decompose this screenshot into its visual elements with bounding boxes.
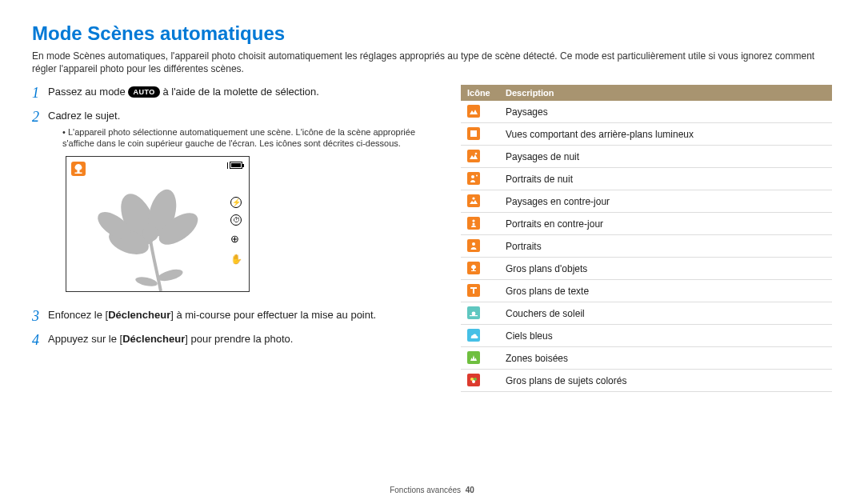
step4-b: Déclencheur <box>122 333 185 345</box>
side-icons: ⚡ ⏱ ⊕ ✋ <box>230 197 242 266</box>
step2-main: Cadrez le sujet. <box>48 110 120 122</box>
intro-text: En mode Scènes automatiques, l'appareil … <box>32 50 832 75</box>
step-number-2: 2 <box>32 109 48 302</box>
step1-suffix: à l'aide de la molette de sélection. <box>160 86 319 98</box>
landscape-icon <box>467 105 480 118</box>
sunset-icon <box>467 306 480 319</box>
cell-icon <box>461 258 499 280</box>
step-text-2: Cadrez le sujet. L'appareil photo sélect… <box>48 109 432 302</box>
table-row: Ciels bleus <box>461 325 832 347</box>
step3-b: Déclencheur <box>108 309 170 321</box>
table-row: Portraits en contre-jour <box>461 213 832 235</box>
cell-icon <box>461 325 499 347</box>
step-number-1: 1 <box>32 85 48 102</box>
table-row: Portraits <box>461 235 832 258</box>
cell-description: Zones boisées <box>499 347 832 370</box>
cell-icon <box>461 123 499 146</box>
timer-icon: ⏱ <box>230 214 242 226</box>
sky-icon <box>467 329 480 342</box>
svg-point-20 <box>472 380 475 383</box>
svg-point-9 <box>475 153 478 155</box>
table-row: Portraits de nuit <box>461 168 832 190</box>
text-icon <box>467 284 480 297</box>
camera-screen-preview: ⚡ ⏱ ⊕ ✋ <box>66 156 250 292</box>
status-top-right <box>227 162 242 169</box>
cell-icon <box>461 302 499 325</box>
cell-description: Portraits <box>499 235 832 258</box>
svg-point-6 <box>157 267 184 283</box>
forest-icon <box>467 351 480 364</box>
table-row: Couchers de soleil <box>461 302 832 325</box>
step1-prefix: Passez au mode <box>48 86 128 98</box>
step4-c: ] pour prendre la photo. <box>185 333 293 345</box>
step-text-3: Enfoncez le [Déclencheur] à mi-course po… <box>48 308 432 326</box>
scene-icon-table: Icône Description PaysagesVues comportan… <box>461 85 832 392</box>
table-row: Zones boisées <box>461 347 832 370</box>
cell-icon <box>461 213 499 235</box>
step-text-1: Passez au mode AUTO à l'aide de la molet… <box>48 85 432 102</box>
cell-icon <box>461 168 499 190</box>
night-landscape-icon <box>467 150 480 162</box>
svg-point-14 <box>472 223 474 226</box>
step-number-4: 4 <box>32 332 48 350</box>
steps-list: 1 Passez au mode AUTO à l'aide de la mol… <box>32 85 432 349</box>
cell-icon <box>461 190 499 213</box>
cell-description: Vues comportant des arrière-plans lumine… <box>499 123 832 146</box>
cell-icon <box>461 347 499 370</box>
th-description: Description <box>499 85 832 101</box>
left-column: 1 Passez au mode AUTO à l'aide de la mol… <box>32 85 432 392</box>
svg-point-5 <box>142 226 158 242</box>
step2-bullet: L'appareil photo sélectionne automatique… <box>62 126 432 150</box>
svg-point-16 <box>472 312 476 316</box>
white-icon <box>467 127 480 140</box>
night-portrait-icon <box>467 172 480 185</box>
color-macro-icon <box>467 374 480 386</box>
cell-description: Gros plans de sujets colorés <box>499 370 832 392</box>
step3-a: Enfoncez le [ <box>48 309 108 321</box>
step3-c: ] à mi-course pour effectuer la mise au … <box>170 309 376 321</box>
cell-icon <box>461 101 499 123</box>
table-row: Paysages de nuit <box>461 146 832 168</box>
right-column: Icône Description PaysagesVues comportan… <box>461 85 832 392</box>
cell-description: Gros plans d'objets <box>499 258 832 280</box>
cell-icon <box>461 235 499 258</box>
footer-page-number: 40 <box>466 486 474 494</box>
cell-description: Couchers de soleil <box>499 302 832 325</box>
step-number-3: 3 <box>32 308 48 326</box>
backlight-landscape-icon <box>467 194 480 207</box>
battery-icon <box>230 162 242 169</box>
table-row: Paysages <box>461 101 832 123</box>
macro-icon <box>467 262 480 274</box>
auto-pill-icon: AUTO <box>128 86 159 98</box>
th-icon: Icône <box>461 85 499 101</box>
table-row: Paysages en contre-jour <box>461 190 832 213</box>
backlight-portrait-icon <box>467 217 480 230</box>
cell-icon <box>461 146 499 168</box>
flower-graphic-icon <box>90 179 210 291</box>
table-row: Gros plans d'objets <box>461 258 832 280</box>
cell-description: Portraits en contre-jour <box>499 213 832 235</box>
cell-description: Portraits de nuit <box>499 168 832 190</box>
portrait-icon <box>467 239 480 252</box>
cell-description: Gros plans de texte <box>499 280 832 302</box>
table-row: Gros plans de texte <box>461 280 832 302</box>
cell-icon <box>461 370 499 392</box>
svg-point-7 <box>134 275 158 288</box>
page-footer: Fonctions avancées 40 <box>0 486 864 494</box>
cell-description: Paysages en contre-jour <box>499 190 832 213</box>
flash-icon: ⚡ <box>230 197 242 208</box>
cell-icon <box>461 280 499 302</box>
cell-description: Paysages de nuit <box>499 146 832 168</box>
step-text-4: Appuyez sur le [Déclencheur] pour prendr… <box>48 332 432 350</box>
svg-rect-8 <box>470 130 477 137</box>
svg-point-13 <box>472 220 474 222</box>
svg-point-12 <box>472 198 474 200</box>
svg-rect-17 <box>470 315 478 316</box>
indicator-tick-icon <box>227 162 228 169</box>
footer-section: Fonctions avancées <box>390 486 461 494</box>
cell-description: Paysages <box>499 101 832 123</box>
page-title: Mode Scènes automatiques <box>32 22 832 45</box>
table-row: Vues comportant des arrière-plans lumine… <box>461 123 832 146</box>
svg-point-15 <box>472 242 475 246</box>
stabilizer-icon: ✋ <box>230 253 242 266</box>
